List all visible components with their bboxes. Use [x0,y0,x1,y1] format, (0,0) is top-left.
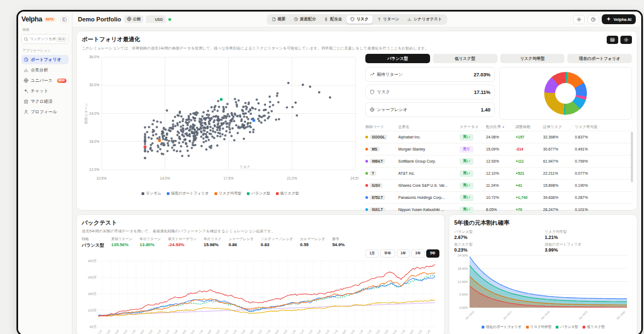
portfolio-tabs: 概要資産配分配当金リスクリターンシナリオテスト [267,14,447,25]
security-risk: 32.398% [543,135,575,139]
loss-stat: 低リスク型0.23% [454,242,541,253]
table-row[interactable]: 9101.TNippon Yusen Kabushiki ...買い8.05%+… [365,203,632,215]
gauge-icon [370,107,375,112]
sidebar-item-label: ポートフォリオ [31,57,61,63]
help-button[interactable] [587,15,599,24]
ticker-color-dot [365,184,368,187]
status-badge: 買い [460,207,473,213]
svg-text:23年4月: 23年4月 [246,330,255,334]
strategy-tab-current[interactable]: 現在のポートフォリオ [567,54,632,63]
svg-text:23年1月: 23年1月 [229,330,238,334]
table-scrollbar[interactable] [631,132,633,182]
stat-gauge: シャープレシオ1.40 [365,102,495,117]
currency-badge[interactable]: USD [146,15,166,23]
optimization-description: このシミュレーションでは、保有銘柄の過去1年間の株価データを使用して、様々な保有… [82,46,632,51]
tab-scenario[interactable]: シナリオテスト [404,15,446,24]
company-name: iShares Core S&P U.S. Val... [398,183,460,187]
svg-text:22年12月: 22年12月 [220,330,229,334]
svg-text:Jan 2029: Jan 2029 [578,310,588,320]
tab-returns[interactable]: リターン [373,15,403,24]
period-pill-1月[interactable]: 1月 [365,249,379,258]
sidebar-collapse-button[interactable] [60,16,69,23]
sidebar-item-macro[interactable]: マクロ経済 [21,97,69,106]
search-input[interactable]: コンテンツを検索... ⌘+K [21,34,69,44]
svg-text:23年3月: 23年3月 [238,330,247,334]
svg-text:24年3月: 24年3月 [305,330,314,334]
svg-text:24年9月: 24年9月 [339,330,348,334]
svg-text:0.00%: 0.00% [459,306,468,309]
svg-text:期待リターン: 期待リターン [84,103,88,124]
strategy-tab-risk-parity[interactable]: リスク均等型 [500,54,565,63]
sidebar-item-company-analysis[interactable]: 企業分析 [21,65,69,75]
sidebar-item-universe[interactable]: ユニバースNEW [21,76,69,85]
svg-text:23年6月: 23年6月 [255,330,263,334]
status-badge: 買い [460,182,473,189]
table-header: 銘柄コード企業名ステータス配分比率▼調整株数証券リスクリスク寄与度 [365,123,632,131]
strategy-tab-balanced[interactable]: バランス型 [365,54,430,63]
svg-text:180万: 180万 [88,292,97,296]
period-pill-半年[interactable]: 半年 [380,249,395,258]
ticker-color-dot [365,196,368,199]
tab-risk[interactable]: リスク [347,15,372,24]
optimization-settings-button[interactable] [620,36,632,44]
period-pill-3年[interactable]: 3年 [411,249,425,258]
period-pill-1年[interactable]: 1年 [397,249,410,258]
company-name: Nippon Yusen Kabushiki ... [398,208,460,211]
app-window: Velpha BETA 検索 コンテンツを検索... ⌘+K アプリケーション … [16,10,643,334]
strategy-tab-low-risk[interactable]: 低リスク型 [433,54,498,63]
svg-text:22年9月: 22年9月 [204,330,213,334]
sort-icon: ▼ [502,126,505,129]
sidebar-item-chat[interactable]: チャット [21,86,69,96]
period-selector: 1月半年1年3年5年 [82,249,439,258]
svg-text:21年4月: 21年4月 [111,330,120,334]
pie-icon [24,57,29,62]
risk-contribution: 0.837% [575,135,632,139]
table-row[interactable]: 9984.TSoftBank Group Corp.買い12.93%+11161… [365,155,632,167]
strategy-stats: 期待リターン27.03%リスク17.11%シャープレシオ1.40 [365,67,495,120]
table-row[interactable]: IUSViShares Core S&P U.S. Val...買い11.24%… [365,179,632,191]
table-row[interactable]: TAT&T Inc.買い12.10%+52122.211%0.077% [365,167,632,179]
svg-text:12.00%: 12.00% [457,280,468,283]
backtest-card: バックテスト 過去5年間の実際の市場データを用いて、各最適化戦略のパフォーマンス… [76,214,445,334]
period-pill-5年[interactable]: 5年 [426,249,439,258]
trend-icon [370,72,375,77]
tab-overview[interactable]: 概要 [268,15,290,24]
backtest-stat: ソルティーノレシオ0.83 [261,237,293,248]
column-header: 証券リスク [543,124,575,130]
svg-text:25年4月: 25年4月 [381,330,390,334]
svg-text:25年1月: 25年1月 [364,330,373,334]
backtest-stat: 戦略バランス型 [82,237,104,248]
backtest-stat: 累積リターン135.56% [111,237,133,248]
tab-allocation[interactable]: 資産配分 [290,15,320,24]
svg-text:21年1月: 21年1月 [95,330,104,334]
risk-return-scatter-chart: 12.0%18.0%24.0%30.0%36.0%10.5%14.0%17.5%… [82,54,359,190]
adjusted-shares: +70 [516,208,543,211]
sidebar-item-portfolio[interactable]: ポートフォリオ [21,55,69,64]
table-row[interactable]: MSMorgan Stanley売り15.09%-31430.677%0.491… [365,143,632,155]
svg-text:22年10月: 22年10月 [212,330,221,334]
beta-badge: BETA [44,17,56,22]
adjusted-shares: +521 [516,171,543,175]
search-icon [24,34,29,44]
settings-button[interactable] [573,15,585,24]
column-header: リスク寄与度 [575,124,632,130]
sidebar-nav: ポートフォリオ企業分析ユニバースNEWチャットマクロ経済プロフィール [21,55,69,116]
column-alloc-sorted[interactable]: 配分比率▼ [486,124,516,130]
velpha-ai-button[interactable]: Velpha AI [602,14,636,24]
backtest-description: 過去5年間の実際の市場データを用いて、各最適化戦略のパフォーマンスを検証するシミ… [82,229,439,234]
loss-probability-area-chart: 0.00%6.00%12.00%18.00%24.00%Jan 2026Jan … [454,253,632,324]
sidebar-item-profile[interactable]: プロフィール [21,107,69,116]
tab-dividends[interactable]: 配当金 [320,15,346,24]
svg-text:21年10月: 21年10月 [144,330,154,334]
visibility-badge[interactable]: 公開 [124,15,143,23]
table-row[interactable]: 6752.TPanasonic Holdings Corp...買い10.72%… [365,191,632,203]
table-row[interactable]: GOOGLAlphabet Inc.買い24.08%+15732.398%0.8… [365,131,632,143]
svg-text:24年6月: 24年6月 [322,330,331,334]
legend-item: リスク均等型 [214,191,241,196]
loss-probability-card: 5年後の元本割れ確率 バランス型2.67%リスク均等型1.21%低リスク型0.2… [449,214,637,334]
adjusted-shares: +111 [516,159,543,163]
svg-text:60万: 60万 [89,325,97,329]
table-view-button[interactable] [607,36,618,44]
status-badge: 売り [460,146,473,153]
company-name: Alphabet Inc. [398,135,460,139]
